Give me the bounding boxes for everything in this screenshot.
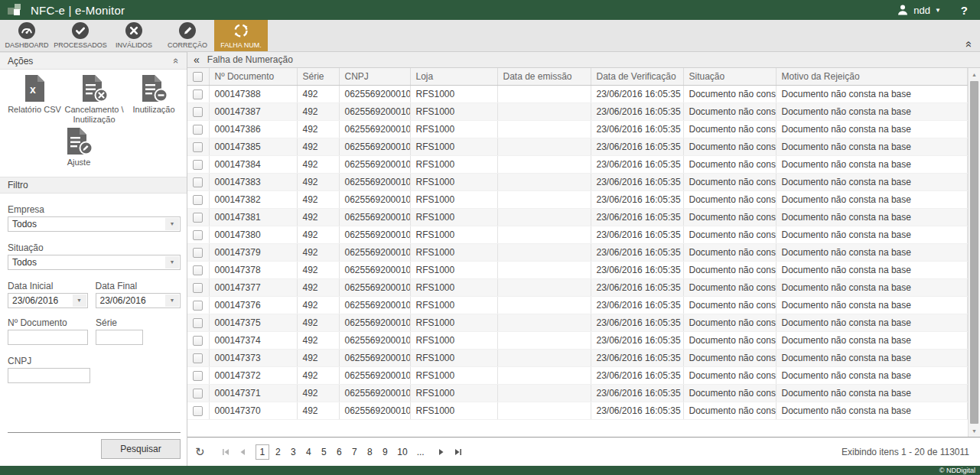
table-row[interactable]: 00014737149206255692000103RFS100023/06/2… xyxy=(187,384,968,402)
row-checkbox[interactable] xyxy=(193,89,203,99)
cell-cnpj: 06255692000103 xyxy=(339,120,410,138)
column-header[interactable]: Data de emissão xyxy=(497,68,591,85)
row-checkbox[interactable] xyxy=(193,371,203,381)
column-header[interactable]: Loja xyxy=(410,68,497,85)
cell-serie: 492 xyxy=(297,243,339,261)
row-checkbox[interactable] xyxy=(193,406,203,416)
inutilizacao-button[interactable]: Inutilização xyxy=(124,74,184,124)
row-checkbox[interactable] xyxy=(193,336,203,346)
row-checkbox[interactable] xyxy=(193,125,203,135)
row-checkbox[interactable] xyxy=(193,248,203,258)
refresh-icon[interactable]: ↻ xyxy=(195,446,205,457)
row-checkbox[interactable] xyxy=(193,318,203,328)
page-number-button[interactable]: 10 xyxy=(393,445,411,459)
table-row[interactable]: 00014738849206255692000103RFS100023/06/2… xyxy=(187,85,968,102)
cell-loja: RFS1000 xyxy=(410,120,497,138)
row-checkbox[interactable] xyxy=(193,353,203,363)
column-header[interactable]: Situação xyxy=(683,68,776,85)
ajuste-button[interactable]: Ajuste xyxy=(49,127,109,168)
row-checkbox[interactable] xyxy=(193,142,203,152)
first-page-button[interactable] xyxy=(219,445,233,459)
column-header[interactable]: CNPJ xyxy=(339,68,410,85)
serie-input[interactable] xyxy=(96,330,143,345)
scroll-up-icon[interactable]: ▲ xyxy=(969,68,980,80)
table-row[interactable]: 00014738649206255692000103RFS100023/06/2… xyxy=(187,120,968,138)
items-status-text: Exibindo itens 1 - 20 de 113011 xyxy=(842,447,972,457)
page-number-button[interactable]: 7 xyxy=(347,445,361,459)
row-checkbox[interactable] xyxy=(193,195,203,205)
scroll-down-icon[interactable]: ▼ xyxy=(969,425,980,437)
collapse-actions-icon[interactable]: « xyxy=(171,58,182,63)
select-all-checkbox[interactable] xyxy=(193,72,203,82)
table-row[interactable]: 00014738549206255692000103RFS100023/06/2… xyxy=(187,138,968,155)
row-checkbox[interactable] xyxy=(193,160,203,170)
column-header[interactable]: Data de Verificação xyxy=(591,68,683,85)
situacao-value: Todos xyxy=(12,257,37,268)
next-page-button[interactable] xyxy=(435,445,448,459)
row-checkbox[interactable] xyxy=(193,230,203,240)
tab-processados[interactable]: PROCESSADOS xyxy=(54,20,107,51)
table-row[interactable]: 00014737649206255692000103RFS100023/06/2… xyxy=(187,296,968,314)
tab-invalidos[interactable]: INVÁLIDOS xyxy=(107,20,161,51)
column-header[interactable]: Nº Documento xyxy=(209,68,297,85)
help-button[interactable]: ? xyxy=(961,4,968,17)
data-inicial-picker[interactable]: 23/06/2016 ▼ xyxy=(8,293,88,308)
data-final-picker[interactable]: 23/06/2016 ▼ xyxy=(96,293,181,308)
collapse-sidebar-icon[interactable]: « xyxy=(194,54,200,66)
column-header[interactable]: Série xyxy=(297,68,339,85)
page-number-button[interactable]: 5 xyxy=(317,445,330,459)
cnpj-input[interactable] xyxy=(8,368,90,383)
select-all-header[interactable] xyxy=(187,68,209,85)
table-row[interactable]: 00014737549206255692000103RFS100023/06/2… xyxy=(187,314,968,331)
scrollbar-thumb[interactable] xyxy=(970,81,978,424)
copyright-text: © NDDigital xyxy=(939,467,975,474)
table-row[interactable]: 00014737049206255692000103RFS100023/06/2… xyxy=(187,402,968,419)
row-checkbox[interactable] xyxy=(193,389,203,399)
page-number-button[interactable]: 1 xyxy=(256,444,270,460)
user-menu[interactable]: ndd ▼ xyxy=(894,4,944,16)
collapse-tabstrip-icon[interactable]: « xyxy=(962,41,976,47)
table-row[interactable]: 00014738449206255692000103RFS100023/06/2… xyxy=(187,155,968,173)
page-number-button[interactable]: 2 xyxy=(271,445,285,459)
page-number-button[interactable]: 9 xyxy=(378,445,392,459)
table-row[interactable]: 00014738149206255692000103RFS100023/06/2… xyxy=(187,208,968,226)
cancelamento-inutilizacao-button[interactable]: Cancelamento \ Inutilização xyxy=(64,74,124,124)
cell-loja: RFS1000 xyxy=(410,331,497,349)
row-checkbox[interactable] xyxy=(193,301,203,311)
tab-dashboard[interactable]: DASHBOARD xyxy=(0,20,54,51)
row-checkbox[interactable] xyxy=(193,213,203,223)
num-documento-input[interactable] xyxy=(8,330,88,345)
table-row[interactable]: 00014737349206255692000103RFS100023/06/2… xyxy=(187,349,968,366)
action-label: Inutilização xyxy=(132,105,174,115)
table-row[interactable]: 00014738749206255692000103RFS100023/06/2… xyxy=(187,102,968,120)
tab-correcao[interactable]: CORREÇÃO xyxy=(161,20,214,51)
last-page-button[interactable] xyxy=(451,445,465,459)
table-row[interactable]: 00014737949206255692000103RFS100023/06/2… xyxy=(187,243,968,261)
cell-emissao xyxy=(497,226,591,243)
table-row[interactable]: 00014737449206255692000103RFS100023/06/2… xyxy=(187,331,968,349)
situacao-select[interactable]: Todos ▼ xyxy=(8,255,181,270)
row-checkbox[interactable] xyxy=(193,107,203,117)
column-header[interactable]: Motivo da Rejeição xyxy=(776,68,968,85)
empresa-select[interactable]: Todos ▼ xyxy=(8,216,181,232)
page-number-button[interactable]: 8 xyxy=(363,445,376,459)
table-row[interactable]: 00014738249206255692000103RFS100023/06/2… xyxy=(187,190,968,208)
page-number-button[interactable]: 3 xyxy=(286,445,300,459)
row-checkbox[interactable] xyxy=(193,283,203,293)
table-row[interactable]: 00014737749206255692000103RFS100023/06/2… xyxy=(187,278,968,296)
table-row[interactable]: 00014737249206255692000103RFS100023/06/2… xyxy=(187,366,968,384)
cell-doc: 000147384 xyxy=(209,155,297,173)
table-row[interactable]: 00014737849206255692000103RFS100023/06/2… xyxy=(187,261,968,278)
tab-falha-num[interactable]: FALHA NUM. xyxy=(214,20,268,51)
relatorio-csv-button[interactable]: x Relatório CSV xyxy=(5,74,64,124)
row-checkbox[interactable] xyxy=(193,177,203,187)
vertical-scrollbar[interactable]: ▲ ▼ xyxy=(968,68,980,437)
prev-page-button[interactable] xyxy=(236,445,249,459)
table-row[interactable]: 00014738349206255692000103RFS100023/06/2… xyxy=(187,173,968,190)
row-checkbox[interactable] xyxy=(193,265,203,275)
top-header: NFC-e | e-Monitor ndd ▼ ? xyxy=(0,0,980,20)
page-number-button[interactable]: 6 xyxy=(332,445,346,459)
table-row[interactable]: 00014738049206255692000103RFS100023/06/2… xyxy=(187,226,968,243)
page-number-button[interactable]: 4 xyxy=(301,445,315,459)
pesquisar-button[interactable]: Pesquisar xyxy=(101,439,181,459)
